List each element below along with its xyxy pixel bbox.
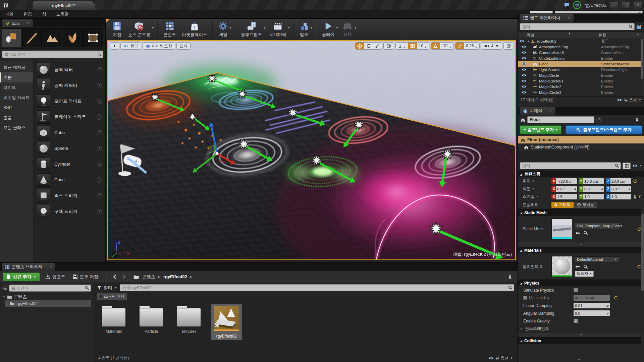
mode-tab-paint[interactable] [22, 28, 42, 47]
scale-z[interactable]: 1.0 [610, 194, 631, 199]
scale-x[interactable]: 1.5 [556, 194, 577, 199]
visibility-eye-icon[interactable] [521, 45, 527, 49]
angle-snap-value[interactable]: 10°▼ [440, 43, 453, 49]
visibility-eye-icon[interactable] [521, 90, 527, 94]
material-thumbnail[interactable] [551, 256, 572, 277]
close-button[interactable]: × [634, 2, 643, 8]
linear-damping-value[interactable]: 0.01◢ [574, 303, 610, 308]
camera-speed-button[interactable]: 4▼ [481, 42, 502, 50]
scale-snap-value[interactable]: 0.25▼ [464, 43, 479, 49]
filter-button[interactable]: 필터▼ [97, 285, 117, 291]
angular-damping-value[interactable]: 0.0◢ [574, 310, 610, 316]
scale-label[interactable]: 스케일▼ [523, 194, 551, 199]
visibility-eye-icon[interactable] [519, 39, 525, 43]
tutorial-icon[interactable] [573, 1, 581, 9]
new-folder-icon[interactable] [636, 24, 642, 29]
help-icon[interactable]: ? [596, 117, 602, 122]
display-filter-icon[interactable] [632, 164, 638, 168]
location-label[interactable]: 위치▼ [523, 178, 551, 184]
menu-item-1[interactable]: 편집 [18, 10, 37, 19]
column-type[interactable]: 유형 [598, 33, 606, 38]
toolbar-button-play[interactable]: 플레이 [319, 20, 338, 39]
asset-search-input[interactable] [121, 285, 508, 291]
viewport[interactable]: Z X ▼ 원근 라이팅포함 표시 ▼ 10▼ [107, 40, 516, 260]
location-y[interactable]: 10.0 cm [583, 178, 604, 184]
place-item-4[interactable]: Cube? [34, 125, 105, 140]
category-5[interactable]: 볼륨 [0, 113, 33, 123]
enable-gravity-checkbox[interactable]: ✓ [574, 319, 578, 323]
lock-icon[interactable] [635, 117, 639, 122]
rotate-tool-button[interactable] [364, 43, 373, 49]
place-item-7[interactable]: Cone? [34, 172, 105, 188]
asset-rgyeffect02[interactable]: ✱rgyEffect02 [211, 304, 242, 340]
use-selected-icon[interactable] [575, 265, 580, 268]
constraints-row[interactable]: ▷컨스트레인트 [518, 325, 644, 333]
feedback-icon[interactable] [564, 3, 570, 7]
help-icon[interactable]: ? [97, 177, 102, 183]
asset-textures[interactable]: Textures [173, 304, 204, 340]
tab-details[interactable]: 디테일 ✕ [519, 107, 556, 115]
asset-particle[interactable]: Particle [136, 304, 167, 340]
mode-tab-foliage[interactable] [63, 28, 83, 47]
outliner-row-circlelightning[interactable]: CircleLightningEmitter [518, 55, 644, 61]
tree-item-rgyeffect02[interactable]: ▷ rgyEffect02 [5, 300, 91, 307]
section-materials[interactable]: ◢Materials [518, 247, 644, 253]
toolbar-button-grid9[interactable]: 콘텐츠 [160, 20, 179, 39]
lock-icon[interactable] [508, 275, 512, 279]
menu-item-2[interactable]: 창 [37, 10, 51, 19]
help-icon[interactable]: ? [97, 162, 102, 167]
outliner-row-floor[interactable]: FloorStaticMeshActor [518, 61, 644, 67]
rotation-label[interactable]: 회전▼ [523, 186, 551, 192]
outliner-search-input[interactable] [522, 24, 629, 29]
expand-advanced[interactable]: ▼ [518, 333, 644, 337]
static-mesh-dropdown[interactable]: SM_Template_Map_Floo▼ [575, 223, 619, 229]
tree-item-content[interactable]: ▼ 콘텐츠 [2, 294, 91, 300]
lit-mode-button[interactable]: 라이팅포함 [143, 42, 175, 50]
breadcrumb-current[interactable]: rgyEffect02 [163, 274, 187, 279]
outliner-row-magiccircle01[interactable]: MagicCircle01Emitter [518, 78, 644, 84]
place-item-0[interactable]: 공백 액터? [34, 62, 105, 77]
category-1[interactable]: 기본 [0, 72, 33, 82]
place-item-6[interactable]: Cylinder? [34, 156, 105, 172]
minimize-button[interactable]: — [610, 2, 619, 8]
chevron-down-icon[interactable]: ▼ [335, 26, 338, 29]
menu-item-0[interactable]: 파일 [0, 10, 18, 19]
location-z[interactable]: 20.0 cm [610, 178, 631, 184]
simulate-physics-checkbox[interactable] [574, 288, 578, 292]
mobility-movable-button[interactable]: 무버블 [574, 202, 598, 208]
expander-icon[interactable]: ◢ [526, 40, 530, 43]
help-icon[interactable]: ? [97, 99, 102, 104]
visibility-eye-icon[interactable] [521, 62, 527, 66]
scale-snap-toggle[interactable] [455, 43, 464, 49]
mode-tab-landscape[interactable] [43, 28, 62, 47]
move-tool-button[interactable] [355, 43, 364, 49]
component-row-instance[interactable]: Floor (Instance) [518, 136, 644, 143]
rotation-z[interactable]: 0.0 °◢ [610, 186, 631, 192]
chevron-down-icon[interactable]: ▼ [151, 26, 154, 29]
help-icon[interactable]: ? [97, 114, 102, 120]
outliner-scrollbar[interactable] [641, 38, 644, 96]
scale-tool-button[interactable] [373, 43, 382, 49]
details-scrollbar[interactable] [641, 184, 644, 351]
location-x[interactable]: -720.0 c [556, 178, 577, 184]
toolbar-button-clapper[interactable]: 시네마틱 [267, 20, 289, 39]
grid-snap-toggle[interactable] [408, 43, 417, 49]
visibility-eye-icon[interactable] [521, 56, 527, 60]
help-icon[interactable]: ? [97, 130, 102, 135]
outliner-row-atmospheric-fog[interactable]: Atmospheric FogAtmosphericFog [518, 44, 644, 50]
outliner-row-light-source[interactable]: Light SourceDirectionalLight [518, 67, 644, 72]
rotation-y[interactable]: 0.0 °◢ [583, 186, 604, 192]
category-3[interactable]: 비주얼 이펙트 [0, 93, 33, 103]
category-0[interactable]: 최근 배치됨 [0, 62, 33, 72]
toolbar-button-srcctl[interactable]: 소스 콘트롤 [125, 20, 153, 39]
material-dropdown[interactable]: DefaultMaterial▼ [575, 256, 619, 263]
category-4[interactable]: BSP [0, 103, 33, 113]
outliner-row-magiccircle2[interactable]: MagicCircle2Emitter [518, 84, 644, 89]
help-icon[interactable]: ? [97, 146, 102, 151]
outliner-row-cameraactor3[interactable]: CameraActor3CameraActor [518, 50, 644, 55]
world-local-toggle[interactable] [383, 42, 394, 50]
help-icon[interactable]: ? [97, 67, 102, 72]
outliner-header[interactable]: 라벨 ▲ 유형 ▼ [518, 32, 644, 38]
forward-button[interactable] [121, 274, 126, 280]
close-icon[interactable]: ✕ [27, 21, 30, 25]
